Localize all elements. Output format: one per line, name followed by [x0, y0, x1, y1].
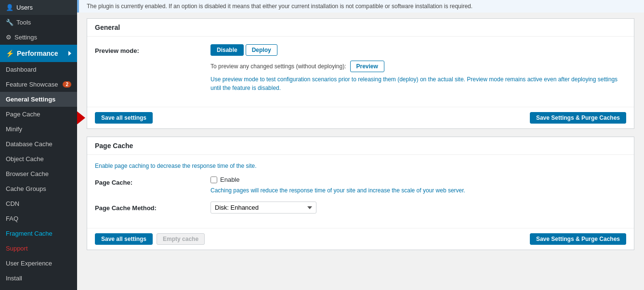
- sidebar-item-dashboard[interactable]: Dashboard: [0, 62, 77, 77]
- page-cache-method-content: Disk: Enhanced Disk: Basic Opcode: Disk …: [210, 202, 626, 214]
- sidebar-item-browser-cache[interactable]: Browser Cache: [0, 166, 77, 181]
- red-arrow-annotation: [77, 110, 85, 126]
- sidebar-item-cache-groups[interactable]: Cache Groups: [0, 181, 77, 196]
- users-icon: 👤: [6, 4, 13, 11]
- sidebar-item-general-settings[interactable]: General Settings: [0, 92, 77, 107]
- sidebar-item-users[interactable]: 👤 Users: [0, 0, 77, 15]
- general-save-all-button[interactable]: Save all settings: [95, 112, 153, 124]
- page-cache-checkbox-row: Enable: [210, 176, 626, 183]
- page-cache-row: Page Cache: Enable Caching pages will re…: [95, 176, 626, 195]
- sidebar-item-install[interactable]: Install: [0, 271, 77, 286]
- sidebar-item-faq[interactable]: FAQ: [0, 211, 77, 226]
- page-cache-content: Enable Caching pages will reduce the res…: [210, 176, 626, 195]
- general-card: General Preview mode: Disable Deploy To …: [87, 18, 634, 129]
- deploy-button[interactable]: Deploy: [246, 44, 277, 56]
- sidebar-item-fragment-cache[interactable]: Fragment Cache: [0, 226, 77, 241]
- sidebar-item-support[interactable]: Support: [0, 241, 77, 256]
- sidebar-item-feature-showcase[interactable]: Feature Showcase 2: [0, 77, 77, 92]
- feature-showcase-badge: 2: [63, 81, 71, 88]
- general-footer-left: Save all settings: [95, 112, 153, 124]
- page-cache-card-title: Page Cache: [87, 137, 634, 155]
- sidebar-item-tools[interactable]: 🔧 Tools: [0, 15, 77, 30]
- sidebar-item-cdn[interactable]: CDN: [0, 196, 77, 211]
- preview-info-text: Use preview mode to test configuration s…: [210, 75, 626, 92]
- main-content: The plugin is currently enabled. If an o…: [77, 0, 644, 290]
- sidebar-item-settings[interactable]: ⚙ Settings: [0, 30, 77, 45]
- sidebar-item-setup-guide[interactable]: Setup Guide: [0, 286, 77, 290]
- general-card-footer: Save all settings Save Settings & Purge …: [87, 107, 634, 128]
- sidebar-item-minify[interactable]: Minify: [0, 122, 77, 137]
- sidebar: 👤 Users 🔧 Tools ⚙ Settings ⚡ Performance…: [0, 0, 77, 290]
- page-cache-method-select[interactable]: Disk: Enhanced Disk: Basic Opcode: Disk …: [210, 202, 316, 214]
- enable-label: Enable: [220, 176, 239, 183]
- settings-icon: ⚙: [6, 34, 12, 41]
- preview-mode-content: Disable Deploy To preview any changed se…: [210, 44, 626, 92]
- page-cache-method-label: Page Cache Method:: [95, 202, 201, 212]
- page-cache-save-purge-button[interactable]: Save Settings & Purge Caches: [530, 233, 626, 245]
- preview-mode-label: Preview mode:: [95, 44, 201, 54]
- empty-cache-button[interactable]: Empty cache: [157, 233, 205, 245]
- page-cache-info: Caching pages will reduce the response t…: [210, 186, 626, 195]
- performance-icon: ⚡: [6, 50, 14, 57]
- preview-hint-text: To preview any changed settings (without…: [210, 63, 346, 70]
- arrow-head-icon: [77, 110, 85, 126]
- disable-button[interactable]: Disable: [210, 44, 244, 56]
- preview-mode-row: Preview mode: Disable Deploy To preview …: [95, 44, 626, 92]
- page-cache-hint: Enable page caching to decrease the resp…: [95, 163, 626, 169]
- page-cache-checkbox[interactable]: [210, 177, 217, 183]
- sidebar-item-performance[interactable]: ⚡ Performance: [0, 45, 77, 62]
- page-cache-method-row: Page Cache Method: Disk: Enhanced Disk: …: [95, 202, 626, 214]
- general-save-purge-button[interactable]: Save Settings & Purge Caches: [530, 112, 626, 124]
- preview-button[interactable]: Preview: [350, 61, 384, 72]
- page-cache-card-footer: Save all settings Empty cache Save Setti…: [87, 228, 634, 250]
- sidebar-item-object-cache[interactable]: Object Cache: [0, 151, 77, 166]
- preview-hint-row: To preview any changed settings (without…: [210, 61, 626, 72]
- notice-bar: The plugin is currently enabled. If an o…: [77, 0, 644, 13]
- sidebar-item-page-cache[interactable]: Page Cache: [0, 107, 77, 122]
- performance-arrow-icon: [68, 51, 71, 56]
- general-card-title: General: [87, 19, 634, 37]
- page-cache-label: Page Cache:: [95, 176, 201, 186]
- page-cache-footer-left: Save all settings Empty cache: [95, 233, 205, 245]
- sidebar-item-user-experience[interactable]: User Experience: [0, 256, 77, 271]
- tools-icon: 🔧: [6, 19, 13, 26]
- page-cache-save-all-button[interactable]: Save all settings: [95, 233, 153, 245]
- page-cache-card: Page Cache Enable page caching to decrea…: [87, 137, 634, 250]
- notice-text: The plugin is currently enabled. If an o…: [87, 3, 473, 10]
- sidebar-item-database-cache[interactable]: Database Cache: [0, 137, 77, 151]
